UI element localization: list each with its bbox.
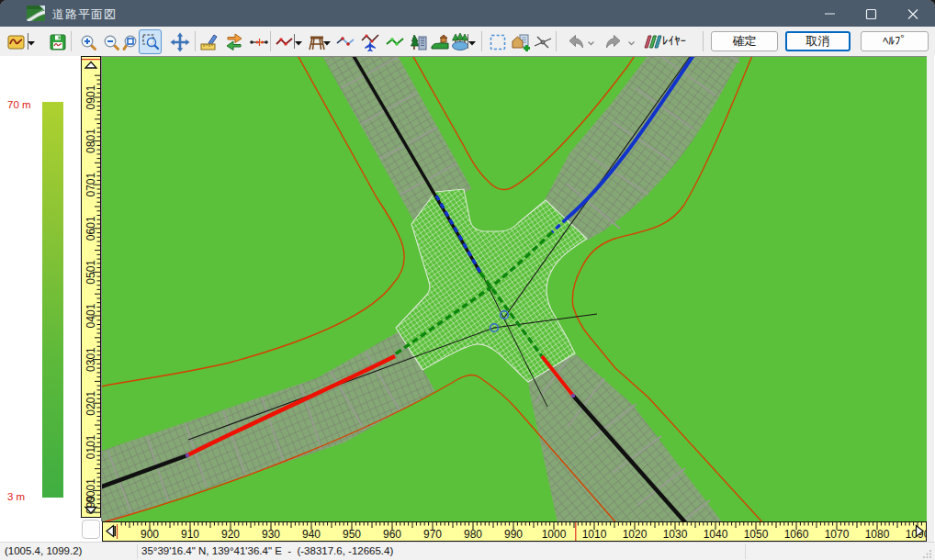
svg-text:0: 0 bbox=[84, 409, 97, 416]
svg-text:910: 910 bbox=[181, 528, 199, 541]
svg-text:5: 5 bbox=[84, 272, 97, 278]
svg-text:920: 920 bbox=[221, 528, 240, 541]
svg-text:1010: 1010 bbox=[582, 528, 607, 541]
svg-text:1: 1 bbox=[84, 303, 97, 309]
svg-text:1030: 1030 bbox=[663, 528, 688, 541]
svg-text:0: 0 bbox=[84, 178, 97, 185]
svg-text:0: 0 bbox=[84, 353, 97, 360]
svg-text:0: 0 bbox=[84, 490, 97, 497]
svg-text:970: 970 bbox=[423, 528, 442, 541]
svg-text:1: 1 bbox=[84, 478, 97, 485]
svg-text:960: 960 bbox=[383, 528, 401, 541]
svg-text:1000: 1000 bbox=[542, 528, 567, 541]
svg-text:1020: 1020 bbox=[623, 528, 648, 541]
svg-text:990: 990 bbox=[504, 528, 523, 541]
svg-text:1: 1 bbox=[84, 391, 97, 398]
svg-text:1050: 1050 bbox=[744, 528, 769, 541]
svg-text:0: 0 bbox=[84, 222, 97, 229]
svg-text:0: 0 bbox=[84, 91, 97, 97]
svg-text:0: 0 bbox=[84, 397, 97, 403]
svg-text:0: 0 bbox=[84, 135, 97, 141]
svg-text:0: 0 bbox=[84, 441, 97, 447]
svg-text:0: 0 bbox=[84, 309, 97, 316]
svg-text:980: 980 bbox=[464, 528, 482, 541]
svg-text:0: 0 bbox=[84, 191, 97, 197]
svg-text:0: 0 bbox=[84, 147, 97, 153]
svg-text:1: 1 bbox=[84, 129, 97, 135]
svg-text:3: 3 bbox=[84, 359, 97, 365]
svg-text:0: 0 bbox=[84, 103, 97, 109]
svg-text:0: 0 bbox=[84, 365, 97, 372]
svg-text:1: 1 bbox=[84, 216, 97, 222]
svg-text:8: 8 bbox=[84, 140, 97, 147]
svg-text:1: 1 bbox=[84, 434, 97, 441]
svg-text:2: 2 bbox=[84, 403, 97, 409]
svg-text:4: 4 bbox=[84, 316, 97, 322]
svg-text:0: 0 bbox=[84, 321, 97, 328]
svg-text:1070: 1070 bbox=[825, 528, 850, 541]
svg-text:1: 1 bbox=[84, 172, 97, 178]
svg-text:1: 1 bbox=[84, 260, 97, 266]
svg-text:0: 0 bbox=[84, 484, 97, 490]
svg-text:7: 7 bbox=[84, 185, 97, 191]
svg-text:0: 0 bbox=[84, 453, 97, 459]
svg-text:1: 1 bbox=[84, 446, 97, 453]
svg-text:940: 940 bbox=[302, 528, 321, 541]
svg-text:950: 950 bbox=[343, 528, 361, 541]
svg-text:0: 0 bbox=[84, 497, 97, 503]
svg-text:1080: 1080 bbox=[865, 528, 890, 541]
svg-text:9: 9 bbox=[84, 97, 97, 104]
svg-text:1040: 1040 bbox=[704, 528, 728, 541]
svg-text:0: 0 bbox=[84, 265, 97, 272]
svg-text:1: 1 bbox=[84, 347, 97, 353]
svg-text:900: 900 bbox=[141, 528, 159, 541]
svg-text:930: 930 bbox=[262, 528, 280, 541]
svg-text:1060: 1060 bbox=[784, 528, 809, 541]
svg-text:6: 6 bbox=[84, 228, 97, 234]
svg-text:1: 1 bbox=[84, 84, 97, 91]
svg-text:0: 0 bbox=[84, 278, 97, 285]
svg-text:0: 0 bbox=[84, 234, 97, 241]
